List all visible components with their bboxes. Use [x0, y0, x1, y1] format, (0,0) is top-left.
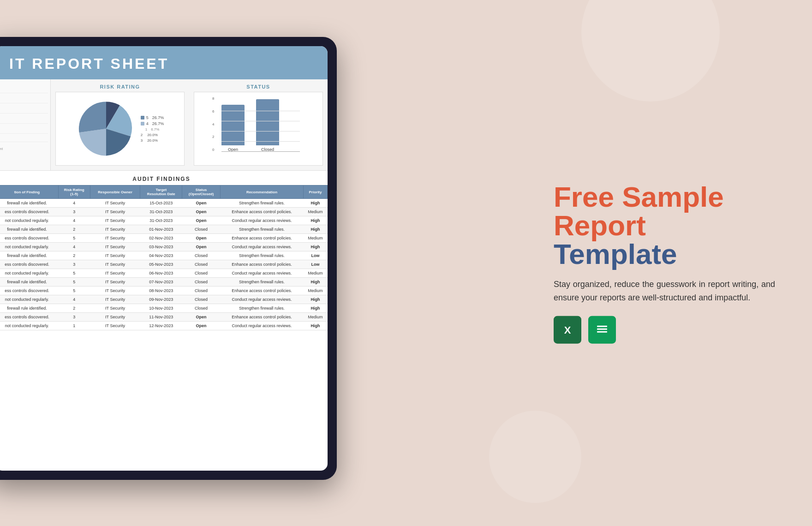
- cell-priority: High: [303, 243, 327, 251]
- cell-recommendation: Conduct regular access reviews.: [220, 243, 303, 251]
- promo-title-line1: Free Sample: [554, 183, 775, 211]
- table-row: not conducted regularly. 5 IT Security 0…: [0, 269, 328, 278]
- cell-owner: IT Security: [90, 243, 140, 251]
- promo-description: Stay organized, reduce the guesswork in …: [554, 278, 775, 305]
- pie-chart: [76, 99, 136, 159]
- pie-legend: 526.7% 426.7% 16.7% 220.0% 320.0%: [141, 115, 164, 143]
- cell-date: 06-Nov-2023: [140, 269, 182, 278]
- pie-chart-container: 526.7% 426.7% 16.7% 220.0% 320.0%: [55, 92, 185, 166]
- promo-title-line3: Template: [554, 240, 775, 269]
- cell-date: 05-Nov-2023: [140, 260, 182, 269]
- cell-priority: High: [303, 278, 327, 287]
- table-row: firewall rule identified. 2 IT Security …: [0, 304, 328, 313]
- cell-risk: 4: [58, 295, 90, 304]
- cell-risk: 5: [58, 269, 90, 278]
- cell-priority: Medium: [303, 208, 327, 216]
- col-owner: Responsible Owner: [90, 185, 140, 199]
- cell-owner: IT Security: [90, 322, 140, 330]
- charts-row: ent RISK RATING: [0, 79, 328, 171]
- cell-priority: High: [303, 225, 327, 234]
- table-row: firewall rule identified. 5 IT Security …: [0, 278, 328, 287]
- cell-status: Open: [182, 216, 221, 225]
- cell-recommendation: Conduct regular access reviews.: [220, 322, 303, 330]
- cell-priority: High: [303, 304, 327, 313]
- left-col-placeholder: ent: [0, 79, 51, 170]
- col-risk: Risk Rating(1-5): [58, 185, 90, 199]
- table-row: not conducted regularly. 4 IT Security 0…: [0, 243, 328, 251]
- cell-owner: IT Security: [90, 269, 140, 278]
- tablet-mockup: IT REPORT SHEET ent RISK RATING: [0, 37, 337, 480]
- table-row: firewall rule identified. 4 IT Security …: [0, 199, 328, 208]
- sheet-title: IT REPORT SHEET: [9, 55, 314, 72]
- app-icons-row: X: [554, 316, 775, 343]
- cell-status: Open: [182, 199, 221, 208]
- cell-recommendation: Strengthen firewall rules.: [220, 278, 303, 287]
- pie-wrapper: 526.7% 426.7% 16.7% 220.0% 320.0%: [76, 99, 164, 159]
- cell-date: 08-Nov-2023: [140, 287, 182, 295]
- cell-priority: High: [303, 199, 327, 208]
- cell-date: 15-Oct-2023: [140, 199, 182, 208]
- cell-priority: High: [303, 322, 327, 330]
- cell-owner: IT Security: [90, 287, 140, 295]
- table-row: ess controls discovered. 3 IT Security 3…: [0, 208, 328, 216]
- cell-risk: 4: [58, 243, 90, 251]
- cell-status: Closed: [182, 260, 221, 269]
- cell-risk: 5: [58, 278, 90, 287]
- cell-finding: firewall rule identified.: [0, 251, 58, 260]
- cell-recommendation: Conduct regular access reviews.: [220, 216, 303, 225]
- cell-risk: 3: [58, 208, 90, 216]
- cell-risk: 4: [58, 199, 90, 208]
- svg-text:X: X: [564, 324, 571, 335]
- cell-status: Open: [182, 313, 221, 322]
- risk-rating-title: RISK RATING: [55, 84, 185, 90]
- cell-recommendation: Conduct regular access reviews.: [220, 295, 303, 304]
- cell-status: Open: [182, 243, 221, 251]
- cell-finding: ess controls discovered.: [0, 287, 58, 295]
- findings-table: tion of Finding Risk Rating(1-5) Respons…: [0, 185, 328, 330]
- cell-priority: High: [303, 295, 327, 304]
- cell-date: 10-Nov-2023: [140, 304, 182, 313]
- cell-date: 11-Nov-2023: [140, 313, 182, 322]
- cell-finding: not conducted regularly.: [0, 243, 58, 251]
- cell-owner: IT Security: [90, 208, 140, 216]
- sheets-icon[interactable]: [588, 316, 616, 343]
- cell-recommendation: Strengthen firewall rules.: [220, 304, 303, 313]
- svg-rect-4: [597, 328, 607, 329]
- cell-risk: 2: [58, 304, 90, 313]
- cell-risk: 3: [58, 260, 90, 269]
- cell-status: Closed: [182, 304, 221, 313]
- cell-finding: firewall rule identified.: [0, 199, 58, 208]
- cell-risk: 2: [58, 225, 90, 234]
- cell-finding: firewall rule identified.: [0, 225, 58, 234]
- cell-finding: firewall rule identified.: [0, 278, 58, 287]
- table-row: ess controls discovered. 3 IT Security 0…: [0, 260, 328, 269]
- risk-rating-section: RISK RATING: [51, 79, 189, 170]
- cell-owner: IT Security: [90, 313, 140, 322]
- cell-priority: Medium: [303, 234, 327, 243]
- cell-finding: firewall rule identified.: [0, 304, 58, 313]
- cell-status: Closed: [182, 278, 221, 287]
- findings-title: AUDIT FINDINGS: [0, 173, 328, 185]
- table-row: not conducted regularly. 4 IT Security 3…: [0, 216, 328, 225]
- cell-status: Open: [182, 322, 221, 330]
- table-row: firewall rule identified. 2 IT Security …: [0, 225, 328, 234]
- cell-owner: IT Security: [90, 225, 140, 234]
- cell-recommendation: Enhance access control policies.: [220, 234, 303, 243]
- excel-icon[interactable]: X: [554, 316, 581, 343]
- cell-priority: Medium: [303, 287, 327, 295]
- cell-finding: not conducted regularly.: [0, 295, 58, 304]
- cell-owner: IT Security: [90, 260, 140, 269]
- findings-tbody: firewall rule identified. 4 IT Security …: [0, 199, 328, 330]
- cell-recommendation: Enhance access control policies.: [220, 208, 303, 216]
- cell-priority: Medium: [303, 313, 327, 322]
- sheet-header: IT REPORT SHEET: [0, 46, 328, 79]
- tablet-screen: IT REPORT SHEET ent RISK RATING: [0, 46, 328, 471]
- findings-section: AUDIT FINDINGS tion of Finding Risk Rati…: [0, 171, 328, 333]
- status-section: STATUS 8 6 4 2 0: [189, 79, 328, 170]
- cell-date: 02-Nov-2023: [140, 234, 182, 243]
- excel-svg: X: [559, 321, 576, 338]
- cell-date: 07-Nov-2023: [140, 278, 182, 287]
- svg-rect-3: [597, 325, 607, 327]
- col-finding: tion of Finding: [0, 185, 58, 199]
- cell-owner: IT Security: [90, 304, 140, 313]
